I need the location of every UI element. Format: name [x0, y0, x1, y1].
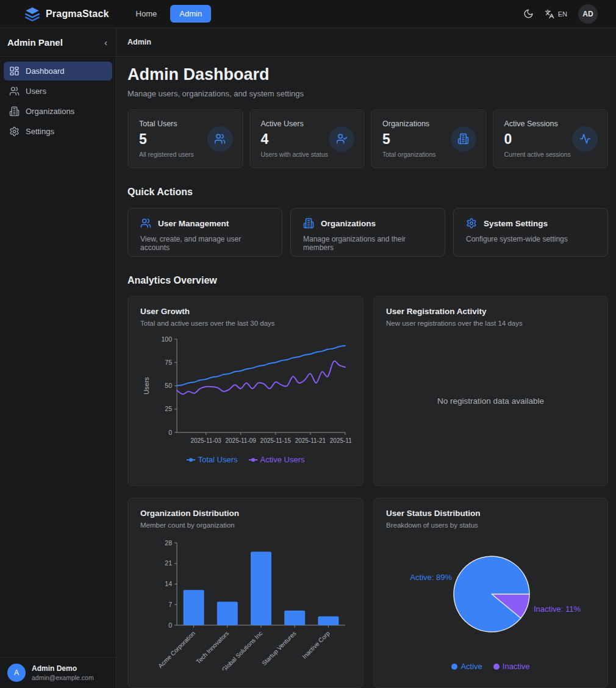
legend-item-inactive[interactable]: Inactive [493, 662, 530, 671]
users-icon [207, 126, 233, 152]
svg-text:Inactive: 11%: Inactive: 11% [534, 604, 581, 614]
stat-description: Current active sessions [504, 151, 597, 158]
sidebar-item-users[interactable]: Users [4, 82, 112, 101]
sidebar-item-organizations[interactable]: Organizations [4, 102, 112, 121]
users-icon [140, 218, 151, 229]
svg-text:75: 75 [165, 359, 172, 366]
pie-legend-dot [493, 664, 500, 670]
chart-subtitle: Breakdown of users by status [386, 521, 595, 529]
quick-actions-heading: Quick Actions [127, 187, 608, 198]
organization-distribution-card: Organization Distribution Member count b… [127, 498, 364, 688]
moon-icon [523, 9, 534, 19]
svg-text:2025-11-27: 2025-11-27 [330, 437, 352, 444]
line-legend-marker [187, 459, 195, 460]
stat-card-organizations: Organizations 5 Total organizations [371, 109, 487, 168]
main-nav: Home Admin [130, 5, 212, 23]
language-button[interactable]: EN [545, 9, 567, 19]
svg-text:100: 100 [161, 335, 172, 343]
quick-action-system-settings[interactable]: System Settings Configure system-wide se… [453, 208, 608, 257]
theme-toggle-button[interactable] [523, 9, 534, 19]
svg-text:2025-11-09: 2025-11-09 [225, 437, 256, 444]
sidebar-user-section: A Admin Demo admin@example.com [0, 657, 116, 688]
svg-text:50: 50 [165, 382, 172, 389]
nav-admin[interactable]: Admin [170, 5, 211, 23]
svg-text:21: 21 [165, 559, 172, 567]
stat-card-active-sessions: Active Sessions 0 Current active session… [493, 109, 609, 168]
svg-text:2025-11-15: 2025-11-15 [260, 437, 292, 444]
svg-text:0: 0 [168, 429, 172, 436]
user-avatar[interactable]: AD [578, 4, 598, 24]
user-registration-card: User Registration Activity New user regi… [373, 296, 608, 486]
stat-card-total-users: Total Users 5 All registered users [127, 109, 243, 168]
line-legend-marker [249, 459, 257, 460]
brand-name: PragmaStack [46, 9, 109, 20]
building-icon [451, 126, 476, 152]
dashboard-grid-icon [9, 66, 20, 76]
chart-title: User Registration Activity [386, 307, 595, 316]
brand[interactable]: PragmaStack [24, 6, 109, 22]
quick-action-title: Organizations [321, 219, 376, 228]
sidebar-item-label: Settings [26, 127, 54, 136]
user-check-icon [329, 126, 354, 152]
stat-card-active-users: Active Users 4 Users with active status [249, 109, 365, 168]
top-navbar: PragmaStack Home Admin EN AD [0, 0, 616, 28]
line-chart-legend: Total Users Active Users [140, 455, 351, 464]
svg-text:2025-11-21: 2025-11-21 [295, 437, 326, 444]
stat-description: Users with active status [261, 151, 354, 158]
quick-action-description: Manage organizations and their members [303, 235, 432, 252]
svg-text:Acme Corporation: Acme Corporation [157, 630, 196, 670]
svg-text:Users: Users [143, 377, 150, 395]
analytics-heading: Analytics Overview [127, 275, 608, 286]
chart-subtitle: New user registrations over the last 14 … [386, 320, 595, 327]
gear-icon [466, 218, 477, 229]
language-label: EN [558, 10, 567, 18]
building-icon [9, 106, 20, 116]
organization-bar-chart: 07142128Acme CorporationTech InnovatorsG… [140, 535, 352, 670]
sidebar-user-name: Admin Demo [32, 664, 94, 673]
quick-actions-grid: User Management View, create, and manage… [127, 208, 608, 257]
legend-label: Active [460, 662, 482, 671]
building-icon [303, 218, 314, 229]
sidebar-user-avatar: A [7, 664, 26, 682]
quick-action-user-management[interactable]: User Management View, create, and manage… [127, 208, 282, 257]
sidebar-item-label: Organizations [26, 107, 74, 116]
user-status-card: User Status Distribution Breakdown of us… [373, 498, 608, 688]
charts-grid: User Growth Total and active users over … [127, 296, 608, 688]
user-growth-card: User Growth Total and active users over … [127, 296, 364, 486]
legend-item-total-users[interactable]: Total Users [187, 455, 238, 464]
nav-home[interactable]: Home [130, 5, 163, 22]
svg-text:Active: 89%: Active: 89% [410, 573, 452, 582]
activity-icon [572, 126, 598, 152]
svg-text:7: 7 [168, 601, 172, 608]
svg-text:2025-11-03: 2025-11-03 [190, 437, 221, 444]
svg-text:Inactive Corp: Inactive Corp [301, 629, 331, 660]
sidebar-item-label: Users [26, 87, 46, 96]
legend-item-active[interactable]: Active [451, 662, 482, 671]
user-status-pie-chart: Active: 89%Inactive: 11% [386, 535, 596, 657]
sidebar-title: Admin Panel [7, 37, 63, 48]
sidebar-collapse-button[interactable]: ‹ [104, 38, 107, 47]
quick-action-title: User Management [158, 219, 229, 228]
breadcrumb: Admin [127, 38, 151, 46]
chart-subtitle: Total and active users over the last 30 … [140, 320, 351, 327]
pie-chart-legend: Active Inactive [386, 662, 595, 671]
page-subtitle: Manage users, organizations, and system … [127, 89, 608, 98]
sidebar-item-settings[interactable]: Settings [4, 122, 112, 141]
quick-action-title: System Settings [484, 219, 548, 228]
svg-text:25: 25 [165, 405, 172, 412]
svg-text:Tech Innovators: Tech Innovators [195, 630, 231, 665]
sidebar-user-email: admin@example.com [32, 674, 94, 681]
legend-label: Total Users [198, 455, 238, 464]
sidebar-item-label: Dashboard [26, 66, 65, 76]
stats-grid: Total Users 5 All registered users Activ… [127, 109, 608, 168]
chart-title: User Status Distribution [386, 509, 595, 518]
quick-action-organizations[interactable]: Organizations Manage organizations and t… [290, 208, 445, 257]
breadcrumb-bar: Admin [116, 28, 616, 57]
users-icon [9, 86, 20, 96]
gear-icon [9, 126, 20, 137]
user-growth-line-chart: 02550751002025-11-032025-11-092025-11-15… [140, 333, 352, 450]
quick-action-description: Configure system-wide settings [466, 235, 595, 243]
sidebar-item-dashboard[interactable]: Dashboard [4, 62, 112, 81]
legend-item-active-users[interactable]: Active Users [249, 455, 305, 464]
svg-text:14: 14 [165, 580, 172, 587]
